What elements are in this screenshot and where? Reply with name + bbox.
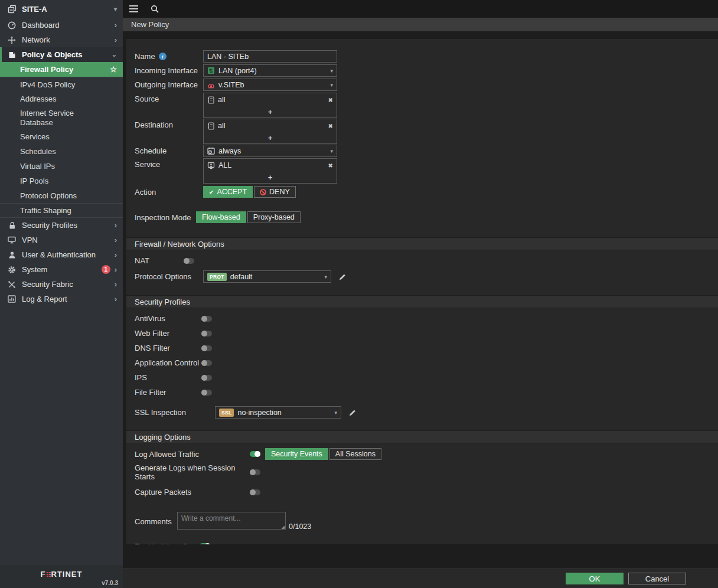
destination-entry-value: all <box>218 122 226 130</box>
ok-button[interactable]: OK <box>566 573 624 584</box>
service-entry[interactable]: ALL ✖ <box>204 159 337 172</box>
sidebar-item-vpn[interactable]: VPN › <box>0 233 123 247</box>
outgoing-interface-row: Outgoing Interface v.SITEb ▾ <box>135 79 706 91</box>
sidebar-item-label: System <box>22 265 47 274</box>
vdom-caret-icon: ▾ <box>114 6 117 12</box>
deny-button[interactable]: DENY <box>254 186 296 198</box>
dns-filter-toggle[interactable] <box>201 345 212 351</box>
file-filter-toggle[interactable] <box>201 390 212 396</box>
application-control-row: Application Control <box>135 358 706 367</box>
remove-icon[interactable]: ✖ <box>328 162 333 169</box>
cancel-button[interactable]: Cancel <box>628 573 686 584</box>
gear-icon <box>7 265 17 274</box>
search-icon[interactable] <box>151 5 159 14</box>
source-row: Source all ✖ + <box>135 93 706 118</box>
proxy-based-button[interactable]: Proxy-based <box>247 211 301 223</box>
hamburger-menu-icon[interactable] <box>129 5 138 12</box>
incoming-interface-select[interactable]: LAN (port4) ▾ <box>203 64 337 77</box>
source-entry[interactable]: all ✖ <box>204 93 337 106</box>
sidebar-item-log-report[interactable]: Log & Report › <box>0 292 123 306</box>
security-fabric-icon <box>7 280 17 289</box>
sidebar-item-label: Dashboard <box>22 21 60 30</box>
capture-packets-toggle[interactable] <box>250 489 260 495</box>
sidebar-subitem-ipv4-dos-policy[interactable]: IPv4 DoS Policy <box>0 77 123 92</box>
ssl-badge: SSL <box>219 409 234 417</box>
name-row: Name i <box>135 50 706 63</box>
service-label: Service <box>135 158 203 169</box>
dropdown-caret-icon: ▾ <box>324 274 327 280</box>
capture-packets-row: Capture Packets <box>135 488 706 496</box>
nat-row: NAT <box>135 256 706 265</box>
schedule-select[interactable]: always ▾ <box>203 145 337 157</box>
ssl-inspection-label: SSL Inspection <box>135 408 215 417</box>
edit-pencil-icon[interactable] <box>348 409 357 417</box>
dashboard-icon <box>7 21 17 30</box>
enable-policy-toggle[interactable] <box>199 543 211 544</box>
sidebar-item-network[interactable]: Network › <box>0 32 123 47</box>
sidebar-subitem-internet-service-database[interactable]: Internet Service Database <box>0 106 94 129</box>
antivirus-toggle[interactable] <box>201 316 212 322</box>
sidebar: SITE-A ▾ Dashboard › Network › Policy & … <box>0 0 123 588</box>
sidebar-subitem-virtual-ips[interactable]: Virtual IPs <box>0 159 123 174</box>
sidebar-item-system[interactable]: System 1 › <box>0 262 123 277</box>
dropdown-caret-icon: ▾ <box>334 410 337 416</box>
remove-icon[interactable]: ✖ <box>328 97 333 103</box>
source-add-button[interactable]: + <box>204 106 337 117</box>
sidebar-item-dashboard[interactable]: Dashboard › <box>0 18 123 32</box>
application-control-toggle[interactable] <box>201 360 212 366</box>
sidebar-subitem-traffic-shaping[interactable]: Traffic Shaping <box>0 203 123 218</box>
sidebar-subitem-label: Firewall Policy <box>20 65 73 74</box>
destination-box: all ✖ + <box>203 119 337 144</box>
sidebar-subitem-services[interactable]: Services <box>0 129 123 144</box>
comments-textarea[interactable] <box>177 512 286 530</box>
ssl-inspection-value: no-inspection <box>237 409 281 417</box>
comments-label: Comments <box>135 517 177 526</box>
nat-toggle[interactable] <box>184 258 194 264</box>
destination-label: Destination <box>135 119 203 129</box>
section-firewall-network-options: Firewall / Network Options <box>126 237 718 250</box>
outgoing-interface-label: Outgoing Interface <box>135 80 203 89</box>
resize-grip-icon[interactable]: ◢ <box>282 525 285 530</box>
sidebar-item-security-profiles[interactable]: Security Profiles › <box>0 218 123 233</box>
service-row: Service ALL ✖ + <box>135 158 706 184</box>
favorite-star-icon[interactable]: ☆ <box>110 65 117 74</box>
accept-button[interactable]: ✔ ACCEPT <box>203 186 253 198</box>
sidebar-subitem-ip-pools[interactable]: IP Pools <box>0 174 123 188</box>
policy-name-input[interactable] <box>203 50 337 63</box>
edit-pencil-icon[interactable] <box>338 273 347 281</box>
security-events-button[interactable]: Security Events <box>265 448 328 460</box>
web-filter-toggle[interactable] <box>201 331 212 337</box>
ssl-inspection-select[interactable]: SSL no-inspection ▾ <box>215 406 341 419</box>
sidebar-item-security-fabric[interactable]: Security Fabric › <box>0 277 123 292</box>
sidebar-item-user-authentication[interactable]: User & Authentication › <box>0 247 123 262</box>
all-sessions-button[interactable]: All Sessions <box>329 448 381 460</box>
firmware-version: v7.0.3 <box>102 580 118 586</box>
flow-based-button[interactable]: Flow-based <box>196 211 246 223</box>
sidebar-item-label: Policy & Objects <box>22 50 83 59</box>
outgoing-interface-select[interactable]: v.SITEb ▾ <box>203 79 337 91</box>
web-filter-label: Web Filter <box>135 329 201 338</box>
sidebar-item-label: Security Fabric <box>22 280 73 289</box>
chevron-right-icon: › <box>115 295 117 303</box>
policy-objects-icon <box>7 50 17 59</box>
remove-icon[interactable]: ✖ <box>328 123 333 129</box>
destination-entry[interactable]: all ✖ <box>204 119 337 132</box>
sidebar-item-policy-objects[interactable]: Policy & Objects ⌄ <box>0 47 123 62</box>
sidebar-subitem-firewall-policy[interactable]: Firewall Policy ☆ <box>0 62 123 77</box>
generate-logs-row: Generate Logs when Session Starts <box>135 463 706 481</box>
protocol-options-value: default <box>230 273 253 281</box>
sidebar-subitem-protocol-options[interactable]: Protocol Options <box>0 188 123 203</box>
generate-logs-toggle[interactable] <box>250 469 260 475</box>
info-icon[interactable]: i <box>159 53 167 60</box>
destination-add-button[interactable]: + <box>204 132 337 143</box>
vdom-selector[interactable]: SITE-A ▾ <box>0 0 123 18</box>
service-add-button[interactable]: + <box>204 172 337 183</box>
sidebar-subitem-schedules[interactable]: Schedules <box>0 144 123 159</box>
protocol-options-select[interactable]: PROT default ▾ <box>203 270 331 283</box>
vdom-layers-icon <box>7 5 17 14</box>
page-title: New Policy <box>131 20 169 29</box>
sidebar-subitem-addresses[interactable]: Addresses <box>0 92 123 106</box>
log-allowed-traffic-toggle[interactable] <box>250 451 260 457</box>
chevron-right-icon: › <box>115 221 117 230</box>
ips-toggle[interactable] <box>201 375 212 381</box>
